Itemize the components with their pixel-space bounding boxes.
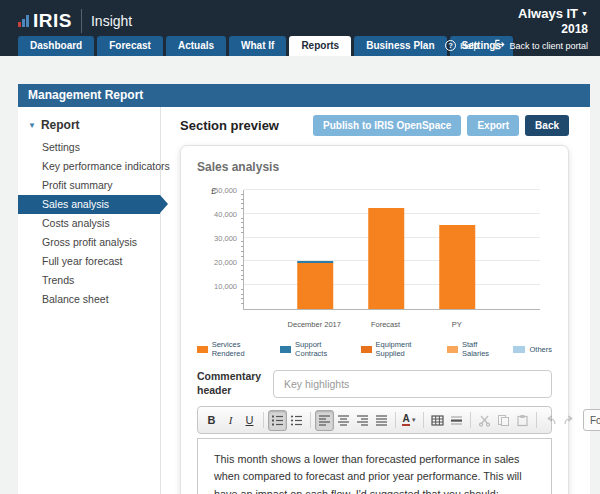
align-center-button[interactable] — [334, 410, 353, 431]
tab-business-plan[interactable]: Business Plan — [354, 36, 446, 56]
brand-divider — [81, 9, 82, 33]
content-area: ▼ Report SettingsKey performance indicat… — [18, 107, 590, 494]
chart-title: Sales analysis — [197, 160, 552, 174]
sidebar-group-label: Report — [41, 118, 80, 132]
toolbar-divider — [536, 412, 537, 428]
sidebar-item-settings[interactable]: Settings — [18, 138, 160, 157]
caret-down-icon: ▼ — [581, 10, 588, 17]
commentary-header-input[interactable] — [273, 370, 552, 398]
sidebar-group-toggle[interactable]: ▼ Report — [18, 113, 160, 138]
sidebar-item-gross-profit-analysis[interactable]: Gross profit analysis — [18, 233, 160, 252]
legend-swatch — [197, 346, 208, 353]
page-title: Management Report — [28, 88, 143, 102]
x-category-label: PY — [452, 320, 462, 329]
sidebar-item-profit-summary[interactable]: Profit summary — [18, 176, 160, 195]
paste-button[interactable] — [513, 410, 532, 431]
y-minor-tick — [241, 279, 244, 280]
italic-button[interactable]: I — [221, 410, 240, 431]
y-minor-tick — [241, 251, 244, 252]
y-minor-tick — [241, 222, 244, 223]
underline-button[interactable]: U — [240, 410, 259, 431]
tab-actuals[interactable]: Actuals — [166, 36, 226, 56]
align-justify-button[interactable] — [372, 410, 391, 431]
x-category-label: Forecast — [371, 320, 400, 329]
undo-button[interactable] — [541, 410, 560, 431]
product-name: Insight — [91, 13, 132, 29]
legend-swatch — [361, 346, 372, 353]
sidebar-item-key-performance-indicators[interactable]: Key performance indicators — [18, 157, 160, 176]
bullet-list-button[interactable] — [287, 410, 306, 431]
bar-segment-services-rendered — [368, 208, 404, 309]
sidebar-item-sales-analysis[interactable]: Sales analysis — [18, 195, 160, 214]
sidebar-item-costs-analysis[interactable]: Costs analysis — [18, 214, 160, 233]
report-sidebar: ▼ Report SettingsKey performance indicat… — [18, 107, 161, 494]
bar-py — [439, 190, 475, 309]
toolbar-divider — [470, 412, 471, 428]
tab-bar: DashboardForecastActualsWhat IfReportsBu… — [18, 36, 513, 56]
y-minor-tick — [241, 246, 244, 247]
y-tick-label: 20,000 — [214, 258, 237, 267]
y-minor-tick — [241, 294, 244, 295]
table-button[interactable] — [428, 410, 447, 431]
horizontal-rule-button[interactable] — [447, 410, 466, 431]
bar-december-2017 — [297, 190, 333, 309]
toolbar-groups: BIUA▼ — [202, 410, 579, 431]
sidebar-items: SettingsKey performance indicatorsProfit… — [18, 138, 160, 309]
tab-dashboard[interactable]: Dashboard — [18, 36, 94, 56]
format-dropdown[interactable]: Format ▼ — [583, 409, 600, 431]
align-right-button[interactable] — [353, 410, 372, 431]
y-tick-label: 10,000 — [214, 282, 237, 291]
commentary-paragraph: This month shows a lower than forecasted… — [214, 451, 535, 494]
font-color-button[interactable]: A▼ — [400, 410, 419, 431]
redo-button[interactable] — [560, 410, 579, 431]
tab-what-if[interactable]: What If — [229, 36, 286, 56]
client-year: 2018 — [518, 22, 588, 36]
ordered-list-button[interactable] — [268, 410, 287, 431]
editor-body[interactable]: This month shows a lower than forecasted… — [197, 438, 552, 494]
app-header: IRIS Insight Always IT▼ 2018 DashboardFo… — [0, 0, 600, 56]
tab-reports[interactable]: Reports — [289, 36, 351, 56]
section-title: Section preview — [180, 118, 307, 133]
tab-forecast[interactable]: Forecast — [97, 36, 163, 56]
y-tick-label: 40,000 — [214, 210, 237, 219]
client-switcher[interactable]: Always IT▼ 2018 — [518, 6, 588, 36]
toolbar-divider — [263, 412, 264, 428]
toolbar-divider — [395, 412, 396, 428]
chart-legend: Services RenderedSupport ContractsEquipm… — [197, 340, 552, 358]
commentary-row: Commentary header — [197, 370, 552, 398]
sidebar-item-full-year-forecast[interactable]: Full year forecast — [18, 252, 160, 271]
legend-swatch — [447, 346, 458, 353]
back-to-portal-link[interactable]: Back to client portal — [494, 39, 588, 52]
legend-swatch — [280, 346, 291, 353]
client-name: Always IT — [518, 6, 578, 21]
editor-toolbar: BIUA▼ Format ▼ — [197, 406, 552, 434]
help-link[interactable]: ? Help — [445, 40, 479, 51]
iris-bars-icon — [18, 15, 29, 27]
sidebar-item-trends[interactable]: Trends — [18, 271, 160, 290]
y-minor-tick — [241, 265, 244, 266]
help-label: Help — [460, 41, 479, 51]
bold-button[interactable]: B — [202, 410, 221, 431]
bar-segment-services-rendered — [297, 263, 333, 309]
y-minor-tick — [241, 298, 244, 299]
legend-label: Support Contracts — [295, 340, 349, 358]
legend-item-others: Others — [513, 345, 552, 354]
preview-card: Sales analysis £ 10,00020,00030,00040,00… — [180, 145, 569, 494]
legend-item-staff-salaries: Staff Salaries — [447, 340, 501, 358]
y-minor-tick — [241, 199, 244, 200]
y-tick-label: 50,000 — [214, 186, 237, 195]
back-button[interactable]: Back — [525, 115, 569, 136]
chart-xlabels: December 2017ForecastPY — [243, 314, 540, 336]
main-panel: Section preview Publish to IRIS OpenSpac… — [161, 107, 590, 494]
legend-label: Others — [529, 345, 552, 354]
chart-ylabels: 10,00020,00030,00040,00050,000 — [197, 190, 237, 310]
copy-button[interactable] — [494, 410, 513, 431]
align-left-button[interactable] — [315, 410, 334, 431]
commentary-label: Commentary header — [197, 370, 261, 398]
y-tick-label: 30,000 — [214, 234, 237, 243]
export-button[interactable]: Export — [467, 115, 519, 136]
bar-forecast — [368, 190, 404, 309]
cut-button[interactable] — [475, 410, 494, 431]
sidebar-item-balance-sheet[interactable]: Balance sheet — [18, 290, 160, 309]
publish-button[interactable]: Publish to IRIS OpenSpace — [313, 115, 461, 136]
